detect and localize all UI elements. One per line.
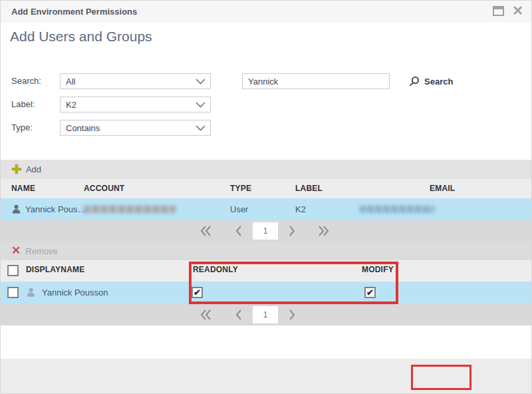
label-select[interactable]: K2 (60, 97, 211, 112)
search-icon (409, 76, 420, 87)
results-pagination: 1 (1, 220, 531, 242)
first-page-button[interactable] (200, 226, 211, 236)
title-bar: Add Environment Permissions ✕ (1, 1, 531, 23)
add-button[interactable]: ✚ Add (1, 160, 531, 179)
label-select-value: K2 (66, 100, 76, 110)
column-header-email[interactable]: EMAIL (430, 179, 455, 198)
column-header-displayname[interactable]: DISPLAYNAME (26, 260, 84, 282)
previous-page-button[interactable] (235, 309, 242, 320)
search-scope-select[interactable]: All (60, 73, 211, 89)
label-field-label: Label: (11, 97, 35, 112)
remove-button[interactable]: ✕ Remove (1, 242, 531, 260)
first-page-button[interactable] (200, 309, 211, 320)
column-header-readonly[interactable]: READONLY (193, 260, 238, 282)
search-scope-value: All (66, 77, 75, 87)
chevron-down-icon (196, 79, 205, 85)
results-table-header: NAME ACCOUNT TYPE LABEL EMAIL (1, 179, 531, 198)
permissions-table-header: DISPLAYNAME READONLY MODIFY (1, 260, 531, 282)
add-button-label: Add (26, 164, 41, 174)
dialog-title: Add Environment Permissions (1, 7, 137, 17)
previous-page-button[interactable] (235, 226, 242, 236)
dialog-footer: OK Close (1, 359, 531, 394)
user-icon (11, 204, 21, 218)
table-row[interactable]: Yannick Pousson ✔ ✔ (1, 282, 531, 303)
close-icon[interactable]: ✕ (512, 5, 523, 16)
type-select[interactable]: Contains (60, 120, 211, 136)
readonly-checkbox[interactable]: ✔ (192, 287, 203, 298)
displayname-cell: Yannick Pousson (42, 282, 108, 303)
table-row[interactable]: Yannick Pous… User K2 (1, 198, 531, 220)
page-number-box[interactable]: 1 (253, 222, 278, 240)
row-select-checkbox[interactable] (7, 287, 19, 298)
modify-checkbox[interactable]: ✔ (364, 287, 376, 298)
remove-x-icon: ✕ (11, 246, 21, 256)
result-label: K2 (295, 198, 306, 220)
page-title: Add Users and Groups (10, 29, 152, 45)
column-header-name[interactable]: NAME (11, 179, 35, 198)
column-header-type[interactable]: TYPE (230, 179, 251, 198)
permissions-pagination: 1 (1, 303, 531, 325)
page-number-box[interactable]: 1 (253, 306, 278, 323)
chevron-down-icon (196, 102, 205, 108)
next-page-button[interactable] (289, 309, 295, 320)
search-button[interactable]: Search (409, 73, 453, 89)
email-redacted (360, 206, 434, 213)
column-header-account[interactable]: ACCOUNT (84, 179, 124, 198)
search-input[interactable] (242, 73, 390, 89)
chevron-down-icon (196, 125, 205, 131)
column-header-label[interactable]: LABEL (295, 179, 323, 198)
result-name: Yannick Pous… (25, 198, 86, 220)
search-field-label: Search: (11, 73, 41, 89)
plus-icon: ✚ (11, 164, 22, 176)
account-redacted (84, 206, 176, 213)
type-field-label: Type: (11, 120, 33, 136)
select-all-checkbox[interactable] (7, 265, 19, 276)
last-page-button[interactable] (318, 226, 329, 236)
add-environment-permissions-dialog: Add Environment Permissions ✕ Add Users … (0, 0, 532, 394)
remove-button-label: Remove (25, 246, 57, 256)
search-button-label: Search (424, 77, 453, 87)
result-type: User (230, 198, 248, 220)
user-icon (26, 287, 36, 301)
maximize-icon[interactable] (493, 6, 504, 16)
column-header-modify[interactable]: MODIFY (362, 260, 394, 282)
type-select-value: Contains (66, 123, 100, 133)
next-page-button[interactable] (289, 226, 295, 236)
